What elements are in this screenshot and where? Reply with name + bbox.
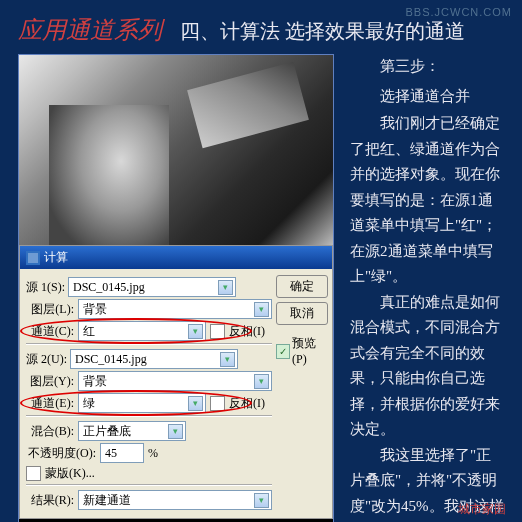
blend-dropdown[interactable]: 正片叠底▾ [78,421,186,441]
layer1-label: 图层(L): [26,301,74,318]
channel2-label: 通道(E): [26,395,74,412]
dropdown-arrow-icon: ▾ [188,396,203,411]
source1-label: 源 1(S): DSC_0145.jpg▾ [26,277,272,297]
source2-label: 源 2(U): DSC_0145.jpg▾ [26,349,272,369]
dropdown-arrow-icon: ▾ [254,374,269,389]
blend-label: 混合(B): [26,423,74,440]
app-icon [26,251,40,265]
step-label: 第三步： [350,54,504,80]
step-subtitle: 选择通道合并 [350,84,504,110]
dialog-title: 计算 [44,249,68,266]
calculations-dialog: 计算 源 1(S): DSC_0145.jpg▾ 图层(L):背景▾ 通道(C)… [19,245,333,519]
watermark-bottom: 城市家园 [458,501,506,518]
series-title: 应用通道系列 [18,17,162,43]
invert2-checkbox[interactable] [210,396,225,411]
invert2-label: 反相(I) [229,395,265,412]
topic-title: 四、计算法 选择效果最好的通道 [180,20,465,42]
sample-photo [19,55,333,245]
source2-file: DSC_0145.jpg [75,352,147,367]
para-1: 我们刚才已经确定了把红、绿通道作为合并的选择对象。现在你要填写的是：在源1通道菜… [350,111,504,290]
instruction-text: 第三步： 选择通道合并 我们刚才已经确定了把红、绿通道作为合并的选择对象。现在你… [334,54,504,522]
opacity-input[interactable]: 45 [100,443,144,463]
svg-rect-1 [28,253,38,263]
mask-checkbox[interactable] [26,466,41,481]
dropdown-arrow-icon: ▾ [188,324,203,339]
dialog-titlebar: 计算 [20,246,332,269]
layer2-label: 图层(Y): [26,373,74,390]
preview-label: 预览(P) [292,335,328,367]
percent-label: % [148,446,158,461]
source1-file: DSC_0145.jpg [73,280,145,295]
watermark-top: BBS.JCWCN.COM [406,6,513,18]
mask-label: 蒙版(K)... [45,465,95,482]
channel1-dropdown[interactable]: 红▾ [78,321,206,341]
channel2-dropdown[interactable]: 绿▾ [78,393,206,413]
invert1-checkbox[interactable] [210,324,225,339]
preview-checkbox[interactable]: ✓ [276,344,290,359]
dropdown-arrow-icon: ▾ [168,424,183,439]
para-2: 真正的难点是如何混合模式，不同混合方式会有完全不同的效果，只能由你自己选择，并根… [350,290,504,443]
ok-button[interactable]: 确定 [276,275,328,298]
channel1-label: 通道(C): [26,323,74,340]
layer2-dropdown[interactable]: 背景▾ [78,371,272,391]
invert1-label: 反相(I) [229,323,265,340]
result-dropdown[interactable]: 新建通道▾ [78,490,272,510]
result-label: 结果(R): [26,492,74,509]
dropdown-arrow-icon: ▾ [254,493,269,508]
layer1-dropdown[interactable]: 背景▾ [78,299,272,319]
dropdown-arrow-icon[interactable]: ▾ [218,280,233,295]
opacity-label: 不透明度(O): [26,445,96,462]
left-column: 计算 源 1(S): DSC_0145.jpg▾ 图层(L):背景▾ 通道(C)… [18,54,334,522]
cancel-button[interactable]: 取消 [276,302,328,325]
dropdown-arrow-icon[interactable]: ▾ [220,352,235,367]
dropdown-arrow-icon: ▾ [254,302,269,317]
